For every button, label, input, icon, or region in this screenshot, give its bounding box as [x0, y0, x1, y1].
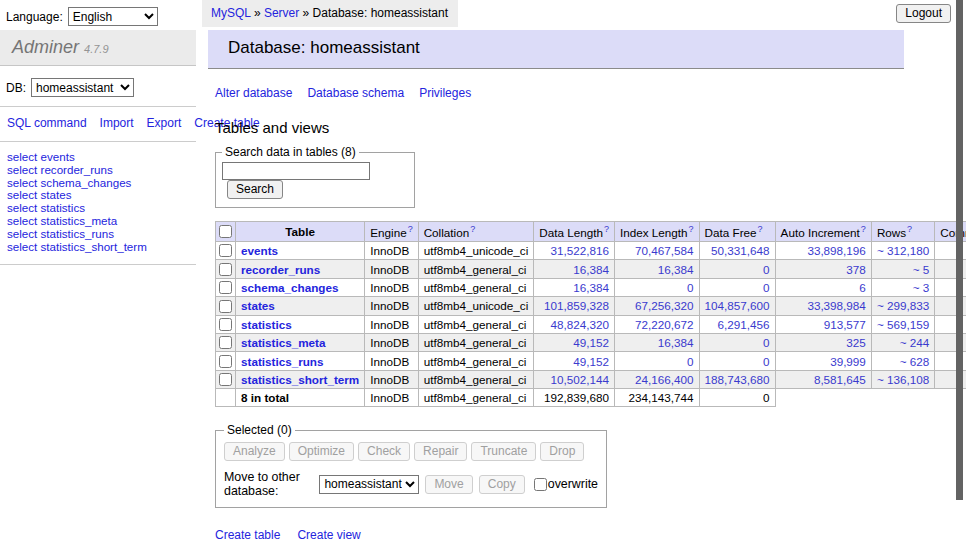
table-row-statistics-short-term: statistics_short_termInnoDButf8mb4_gener… — [216, 370, 966, 388]
db-link-privileges[interactable]: Privileges — [419, 86, 471, 100]
data-length-cell: 49,152 — [534, 352, 615, 370]
table-name-link[interactable]: schema_changes — [241, 281, 338, 294]
help-link[interactable]: ? — [861, 224, 866, 234]
language-label: Language: — [6, 10, 63, 24]
help-link[interactable]: ? — [689, 224, 694, 234]
data-length-cell: 48,824,320 — [534, 315, 615, 333]
row-checkbox-cell — [216, 278, 236, 296]
move-button[interactable]: Move — [425, 475, 472, 494]
table-link-statistics[interactable]: statistics — [41, 201, 85, 214]
table-name-link[interactable]: statistics_short_term — [241, 373, 359, 386]
row-checkbox-cell — [216, 260, 236, 278]
check-button[interactable]: Check — [358, 442, 410, 461]
row-checkbox[interactable] — [219, 318, 232, 331]
help-link[interactable]: ? — [470, 224, 475, 234]
table-link-recorder-runs[interactable]: recorder_runs — [41, 163, 113, 176]
help-link[interactable]: ? — [408, 224, 413, 234]
search-input[interactable] — [222, 162, 370, 180]
sidebar-action-export[interactable]: Export — [147, 116, 182, 130]
data-free-cell: 104,857,600 — [699, 297, 775, 315]
sidebar-item-statistics-short-term: select statistics_short_term — [7, 241, 196, 254]
sidebar-action-import[interactable]: Import — [100, 116, 134, 130]
table-link-statistics-runs[interactable]: statistics_runs — [41, 227, 114, 240]
table-name-link[interactable]: statistics_meta — [241, 336, 325, 349]
optimize-button[interactable]: Optimize — [289, 442, 354, 461]
column-label: Data Length — [539, 226, 603, 239]
column-label: Collation — [424, 226, 469, 239]
column-header-table: Table — [236, 222, 365, 242]
auto-increment-cell: 378 — [775, 260, 871, 278]
auto-increment-cell: 39,999 — [775, 352, 871, 370]
row-checkbox[interactable] — [219, 244, 232, 257]
search-button[interactable]: Search — [227, 180, 283, 199]
truncate-button[interactable]: Truncate — [471, 442, 536, 461]
total-name-cell: 8 in total — [236, 389, 365, 407]
column-label: Engine — [370, 226, 406, 239]
move-label: Move to other database: — [224, 470, 313, 498]
drop-button[interactable]: Drop — [540, 442, 584, 461]
table-name-link[interactable]: statistics_runs — [241, 355, 324, 368]
select-link-statistics[interactable]: select — [7, 201, 37, 214]
column-label: Data Free — [705, 226, 757, 239]
index-length-cell: 67,256,320 — [614, 297, 699, 315]
copy-button[interactable]: Copy — [479, 475, 525, 494]
language-select[interactable]: English — [68, 7, 158, 26]
auto-increment-cell: 6 — [775, 278, 871, 296]
logout-button[interactable]: Logout — [896, 4, 951, 23]
collation-cell: utf8mb4_general_ci — [418, 278, 534, 296]
vertical-scrollbar-thumb[interactable] — [956, 0, 963, 500]
select-link-statistics-runs[interactable]: select — [7, 227, 37, 240]
table-name-link[interactable]: states — [241, 299, 275, 312]
sidebar: Adminer4.7.9 DB:homeassistant SQL comman… — [0, 30, 196, 265]
db-label: DB: — [6, 81, 26, 95]
engine-cell: InnoDB — [365, 241, 418, 259]
create-links: Create tableCreate view — [215, 528, 904, 542]
sidebar-action-sql-command[interactable]: SQL command — [7, 116, 87, 130]
sidebar-actions: SQL commandImportExportCreate table — [0, 107, 172, 141]
column-label: Rows — [877, 226, 906, 239]
help-link[interactable]: ? — [907, 224, 912, 234]
db-link-alter-database[interactable]: Alter database — [215, 86, 292, 100]
collation-cell: utf8mb4_unicode_ci — [418, 241, 534, 259]
row-checkbox[interactable] — [219, 281, 232, 294]
repair-button[interactable]: Repair — [414, 442, 467, 461]
table-link-statistics-meta[interactable]: statistics_meta — [41, 214, 118, 227]
db-link-database-schema[interactable]: Database schema — [307, 86, 404, 100]
table-name-link[interactable]: recorder_runs — [241, 263, 320, 276]
select-link-recorder-runs[interactable]: select — [7, 163, 37, 176]
row-checkbox[interactable] — [219, 300, 232, 313]
breadcrumb-link-mysql[interactable]: MySQL — [211, 6, 251, 20]
move-db-select[interactable]: homeassistant — [319, 475, 419, 494]
help-link[interactable]: ? — [758, 224, 763, 234]
collation-cell: utf8mb4_general_ci — [418, 333, 534, 351]
help-link[interactable]: ? — [604, 224, 609, 234]
breadcrumb-link-server[interactable]: Server — [264, 6, 299, 20]
select-link-statistics-short-term[interactable]: select — [7, 240, 37, 253]
select-link-statistics-meta[interactable]: select — [7, 214, 37, 227]
database-links: Alter databaseDatabase schemaPrivileges — [215, 86, 904, 100]
table-name-link[interactable]: events — [241, 244, 278, 257]
create-link-create-view[interactable]: Create view — [297, 528, 360, 542]
select-link-events[interactable]: select — [7, 150, 37, 163]
analyze-button[interactable]: Analyze — [224, 442, 285, 461]
table-link-states[interactable]: states — [41, 188, 72, 201]
data-free-cell: 6,291,456 — [699, 315, 775, 333]
table-link-events[interactable]: events — [41, 150, 75, 163]
row-checkbox[interactable] — [219, 263, 232, 276]
table-name-link[interactable]: statistics — [241, 318, 292, 331]
row-checkbox[interactable] — [219, 336, 232, 349]
page-title: Database: homeassistant — [208, 30, 904, 69]
row-checkbox[interactable] — [219, 373, 232, 386]
select-link-schema-changes[interactable]: select — [7, 176, 37, 189]
select-all-header — [216, 222, 236, 242]
row-checkbox[interactable] — [219, 355, 232, 368]
table-link-statistics-short-term[interactable]: statistics_short_term — [41, 240, 147, 253]
create-link-create-table[interactable]: Create table — [215, 528, 280, 542]
column-header-index-length: Index Length? — [614, 222, 699, 242]
overwrite-checkbox[interactable] — [534, 478, 547, 491]
table-link-schema-changes[interactable]: schema_changes — [41, 176, 132, 189]
db-select[interactable]: homeassistant — [31, 78, 134, 97]
row-checkbox-cell — [216, 333, 236, 351]
select-link-states[interactable]: select — [7, 188, 37, 201]
select-all-checkbox[interactable] — [219, 225, 232, 238]
